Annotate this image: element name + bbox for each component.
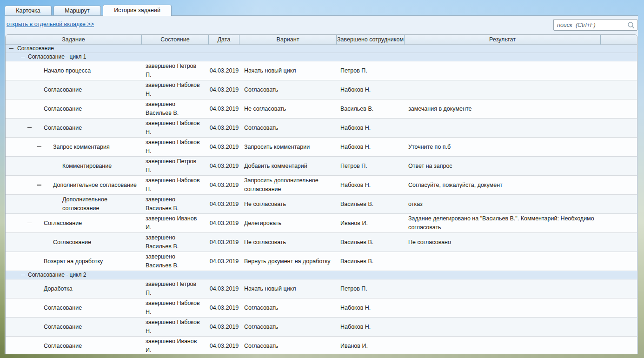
state-cell: завершено Петров П. [142, 279, 209, 298]
state-cell: завершено Васильев В. [142, 252, 209, 271]
result-cell: отказ [405, 199, 601, 209]
variant-cell: Начать новый цикл [239, 284, 337, 294]
table-row[interactable]: Согласованиезавершено Набоков Н.04.03.20… [6, 298, 637, 318]
table-row[interactable]: Запрос комментариязавершено Набоков Н.04… [6, 138, 637, 157]
table-row[interactable]: Согласованиезавершено Васильев В.04.03.2… [6, 99, 637, 119]
variant-cell: Не согласовать [239, 238, 337, 247]
table-row[interactable]: Комментированиезавершено Петров П.04.03.… [6, 157, 637, 176]
collapse-icon[interactable] [27, 223, 32, 223]
table-row[interactable]: Начало процессазавершено Петров П.04.03.… [6, 61, 637, 80]
date-cell: 04.03.2019 [209, 180, 239, 190]
open-in-separate-tab-link[interactable]: открыть в отдельной вкладке >> [7, 21, 94, 27]
state-cell: завершено Петров П. [142, 157, 209, 175]
collapse-icon[interactable] [21, 275, 25, 275]
table-body: СогласованиеСогласование - цикл 1Начало … [6, 45, 637, 354]
column-header[interactable]: Результат [405, 35, 601, 45]
table-row[interactable]: Согласованиезавершено Набоков Н.04.03.20… [6, 80, 637, 99]
collapse-icon[interactable] [21, 57, 25, 57]
collapse-icon[interactable] [37, 185, 41, 186]
tab-kartochka[interactable]: Карточка [5, 6, 52, 15]
employee-cell: Набоков Н. [337, 123, 405, 133]
result-cell [405, 345, 601, 346]
group-row[interactable]: Согласование [6, 45, 637, 53]
date-cell: 04.03.2019 [209, 66, 239, 76]
table-header: ЗаданиеСостояниеДатаВариантЗавершено сот… [6, 35, 637, 45]
search-icon[interactable] [627, 21, 635, 29]
table-row[interactable]: Дополнительное согласованиезавершено Вас… [6, 195, 637, 214]
employee-cell: Петров П. [337, 284, 405, 294]
variant-cell: Согласовать [239, 303, 337, 313]
column-header[interactable]: Завершено сотрудником [337, 35, 405, 45]
group-label: Согласование - цикл 1 [6, 53, 86, 61]
table-row[interactable]: Возврат на доработкузавершено Васильев В… [6, 252, 637, 271]
date-cell: 04.03.2019 [209, 219, 239, 228]
search-input[interactable] [557, 20, 626, 30]
group-label: Согласование - цикл 2 [6, 271, 86, 279]
employee-cell: Набоков Н. [337, 142, 405, 152]
state-cell: завершено Набоков Н. [142, 318, 209, 336]
result-cell: Задание делегировано на "Васильев В.". К… [405, 214, 601, 232]
result-cell: Не согласовано [405, 238, 601, 247]
task-cell: Согласование [6, 219, 142, 228]
task-cell: Согласование [6, 341, 142, 351]
variant-cell: Начать новый цикл [239, 66, 337, 76]
tab-istoriya-zadaniy[interactable]: История заданий [103, 5, 172, 16]
employee-cell: Набоков Н. [337, 180, 405, 190]
employee-cell: Набоков Н. [337, 85, 405, 95]
table-row[interactable]: Дополнительное согласованиезавершено Наб… [6, 176, 637, 195]
task-cell: Согласование [6, 85, 142, 95]
result-cell [405, 307, 601, 308]
collapse-icon[interactable] [37, 146, 41, 147]
search-box [553, 19, 637, 31]
employee-cell: Иванов И. [337, 341, 405, 351]
variant-cell: Запросить комментарии [239, 142, 337, 152]
variant-cell: Добавить комментарий [239, 161, 337, 171]
column-header[interactable]: Вариант [239, 35, 337, 45]
task-cell: Дополнительное согласование [6, 195, 142, 213]
table-row[interactable]: Согласованиезавершено Иванов И.04.03.201… [6, 214, 637, 233]
employee-cell: Васильев В. [337, 199, 405, 209]
state-cell: завершено Васильев В. [142, 233, 209, 252]
tab-marshrut[interactable]: Маршрут [53, 6, 101, 15]
state-cell: завершено Иванов И. [142, 337, 209, 354]
result-cell: замечания в документе [405, 104, 601, 114]
task-cell: Начало процесса [6, 66, 142, 76]
date-cell: 04.03.2019 [209, 199, 239, 209]
table-row[interactable]: Согласованиезавершено Набоков Н.04.03.20… [6, 119, 637, 138]
result-cell [405, 89, 601, 90]
result-cell: Ответ на запрос [405, 161, 601, 171]
task-cell: Дополнительное согласование [6, 180, 142, 190]
table-row[interactable]: Доработказавершено Петров П.04.03.2019На… [6, 279, 637, 298]
date-cell: 04.03.2019 [209, 303, 239, 313]
table-row[interactable]: Согласованиезавершено Иванов И.04.03.201… [6, 337, 637, 354]
column-header[interactable]: Дата [209, 35, 239, 45]
variant-cell: Вернуть документ на доработку [239, 257, 337, 266]
state-cell: завершено Набоков Н. [142, 80, 209, 99]
variant-cell: Согласовать [239, 123, 337, 133]
group-row[interactable]: Согласование - цикл 1 [6, 53, 637, 61]
result-cell: Согласуйте, пожалуйста, документ [405, 180, 601, 190]
employee-cell: Иванов И. [337, 219, 405, 228]
column-header[interactable]: Задание [6, 35, 142, 45]
state-cell: завершено Васильев В. [142, 195, 209, 213]
state-cell: завершено Петров П. [142, 61, 209, 80]
group-row[interactable]: Согласование - цикл 2 [6, 271, 637, 279]
tab-bar: Карточка Маршрут История заданий [5, 0, 644, 15]
date-cell: 04.03.2019 [209, 85, 239, 95]
employee-cell: Васильев В. [337, 257, 405, 266]
variant-cell: Согласовать [239, 85, 337, 95]
column-header[interactable]: Состояние [142, 35, 209, 45]
collapse-icon[interactable] [27, 127, 32, 128]
variant-cell: Делегировать [239, 219, 337, 228]
table-row[interactable]: Согласованиезавершено Васильев В.04.03.2… [6, 233, 637, 252]
date-cell: 04.03.2019 [209, 341, 239, 351]
variant-cell: Не согласовать [239, 104, 337, 114]
task-cell: Доработка [6, 284, 142, 294]
task-cell: Согласование [6, 123, 142, 133]
collapse-icon[interactable] [9, 48, 13, 49]
date-cell: 04.03.2019 [209, 257, 239, 266]
result-cell [405, 127, 601, 128]
table-row[interactable]: Согласованиезавершено Набоков Н.04.03.20… [6, 318, 637, 337]
group-label: Согласование [6, 45, 54, 53]
variant-cell: Запросить дополнительное согласование [239, 176, 337, 194]
